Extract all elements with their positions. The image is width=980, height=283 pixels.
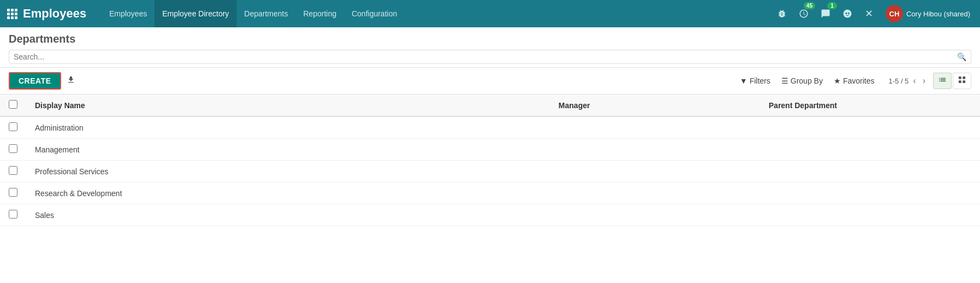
chat-icon[interactable]: 1	[817, 5, 834, 22]
departments-table: Display Name Manager Parent Department A…	[0, 95, 980, 226]
row-name[interactable]: Management	[26, 139, 550, 161]
svg-rect-3	[7, 13, 10, 15]
nav-departments[interactable]: Departments	[237, 0, 296, 27]
filters-button[interactable]: ▼ Filters	[734, 74, 776, 87]
prev-page-button[interactable]: ‹	[911, 75, 918, 87]
chat-badge: 1	[827, 2, 837, 9]
svg-rect-8	[15, 16, 17, 19]
row-name[interactable]: Research & Development	[26, 182, 550, 204]
nav-reporting[interactable]: Reporting	[296, 0, 344, 27]
svg-rect-7	[11, 16, 14, 19]
table-row[interactable]: Professional Services	[0, 161, 980, 182]
row-checkbox[interactable]	[9, 122, 17, 131]
table-body: Administration Management Professional S…	[0, 116, 980, 226]
row-checkbox[interactable]	[9, 210, 17, 219]
svg-rect-2	[15, 9, 17, 11]
svg-point-10	[845, 13, 847, 14]
create-button[interactable]: CREATE	[9, 72, 61, 90]
row-manager	[550, 161, 760, 182]
activity-icon[interactable]: 45	[795, 5, 812, 22]
groupby-button[interactable]: ☰ Group By	[776, 74, 828, 87]
row-check[interactable]	[0, 204, 26, 226]
nav-links: Employees Employee Directory Departments…	[101, 0, 773, 27]
table-row[interactable]: Management	[0, 139, 980, 161]
favorites-button[interactable]: ★ Favorites	[828, 74, 880, 87]
action-bar: CREATE ▼ Filters ☰ Group By ★ Favorites …	[0, 68, 980, 95]
table-row[interactable]: Research & Development	[0, 182, 980, 204]
list-view-button[interactable]	[933, 73, 952, 89]
select-all-checkbox[interactable]	[9, 100, 17, 109]
row-parent	[760, 116, 980, 139]
top-navigation: Employees Employees Employee Directory D…	[0, 0, 980, 27]
nav-configuration[interactable]: Configuration	[344, 0, 404, 27]
groupby-icon: ☰	[781, 76, 788, 85]
row-checkbox[interactable]	[9, 144, 17, 153]
user-avatar-wrap[interactable]: CH Cory Hibou (shared)	[882, 5, 973, 22]
row-manager	[550, 139, 760, 161]
app-brand: Employees	[23, 7, 86, 21]
filter-icon: ▼	[740, 76, 748, 85]
owl-icon[interactable]	[839, 5, 856, 22]
search-input[interactable]	[14, 52, 957, 61]
search-icon: 🔍	[957, 52, 966, 61]
page-header: Departments	[0, 27, 980, 46]
header-row: Display Name Manager Parent Department	[0, 95, 980, 116]
view-toggle	[933, 73, 971, 89]
col-header-manager: Manager	[550, 95, 760, 116]
download-button[interactable]	[61, 72, 81, 90]
row-manager	[550, 182, 760, 204]
close-icon[interactable]: ✕	[861, 5, 878, 22]
row-check[interactable]	[0, 182, 26, 204]
col-header-display-name: Display Name	[26, 95, 550, 116]
activity-badge: 45	[804, 2, 815, 9]
row-checkbox[interactable]	[9, 166, 17, 175]
table-header: Display Name Manager Parent Department	[0, 95, 980, 116]
row-check[interactable]	[0, 116, 26, 139]
page-content: Departments 🔍 CREATE ▼ Filters ☰ Group B…	[0, 27, 980, 226]
search-wrap[interactable]: 🔍	[9, 50, 971, 64]
svg-rect-1	[11, 9, 14, 11]
svg-point-11	[848, 13, 850, 14]
next-page-button[interactable]: ›	[921, 75, 928, 87]
favorites-label: Favorites	[843, 76, 875, 85]
username: Cory Hibou (shared)	[906, 10, 970, 18]
col-header-parent-department: Parent Department	[760, 95, 980, 116]
row-check[interactable]	[0, 139, 26, 161]
pagination: 1-5 / 5 ‹ ›	[888, 75, 928, 87]
row-manager	[550, 204, 760, 226]
pagination-info: 1-5 / 5	[888, 77, 909, 85]
row-name[interactable]: Sales	[26, 204, 550, 226]
svg-rect-6	[7, 16, 10, 19]
favorites-icon: ★	[834, 76, 841, 85]
row-parent	[760, 161, 980, 182]
table-row[interactable]: Sales	[0, 204, 980, 226]
row-parent	[760, 204, 980, 226]
grid-icon[interactable]	[7, 8, 17, 19]
avatar: CH	[886, 5, 903, 22]
topnav-actions: 45 1 ✕ CH Cory Hibou (shared)	[773, 5, 973, 22]
svg-rect-5	[15, 13, 17, 15]
nav-employees[interactable]: Employees	[101, 0, 154, 27]
row-parent	[760, 182, 980, 204]
filters-label: Filters	[750, 76, 770, 85]
svg-rect-4	[11, 13, 14, 15]
row-check[interactable]	[0, 161, 26, 182]
debug-icon[interactable]	[773, 5, 791, 22]
nav-employee-directory[interactable]: Employee Directory	[154, 0, 236, 27]
kanban-view-button[interactable]	[953, 73, 971, 89]
row-name[interactable]: Administration	[26, 116, 550, 139]
row-checkbox[interactable]	[9, 188, 17, 197]
svg-rect-0	[7, 9, 10, 11]
row-name[interactable]: Professional Services	[26, 161, 550, 182]
select-all-col[interactable]	[0, 95, 26, 116]
svg-point-9	[843, 10, 851, 18]
groupby-label: Group By	[791, 76, 823, 85]
search-area: 🔍	[0, 46, 980, 68]
row-parent	[760, 139, 980, 161]
row-manager	[550, 116, 760, 139]
page-title: Departments	[9, 33, 971, 45]
table-row[interactable]: Administration	[0, 116, 980, 139]
